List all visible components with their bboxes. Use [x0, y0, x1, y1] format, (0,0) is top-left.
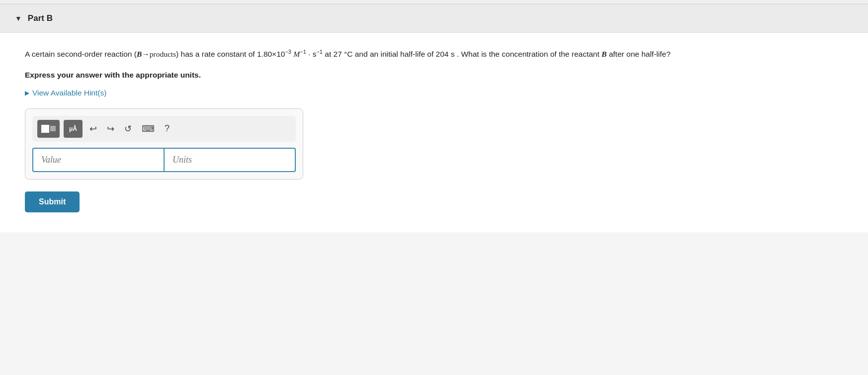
input-row: [32, 148, 296, 172]
submit-button[interactable]: Submit: [25, 191, 80, 212]
hint-link-label: View Available Hint(s): [32, 89, 106, 97]
template-button[interactable]: [37, 120, 60, 138]
page-container: ▼ Part B A certain second-order reaction…: [0, 0, 868, 375]
part-b-title: Part B: [28, 13, 53, 23]
reset-button[interactable]: ↺: [121, 121, 135, 136]
answer-box-container: μÅ ↩ ↪ ↺ ⌨ ?: [25, 108, 303, 180]
chevron-down-icon: ▼: [15, 14, 22, 22]
template-icon: [41, 125, 56, 133]
keyboard-button[interactable]: ⌨: [139, 121, 158, 136]
mu-label: μÅ: [69, 125, 77, 132]
top-bar: [0, 0, 868, 4]
value-input[interactable]: [32, 148, 164, 172]
hint-chevron-icon: ▶: [25, 90, 29, 96]
redo-icon: ↪: [107, 123, 114, 134]
content-area: A certain second-order reaction (B→produ…: [0, 33, 868, 232]
reset-icon: ↺: [124, 123, 132, 134]
help-button[interactable]: ?: [162, 121, 173, 136]
express-answer-label: Express your answer with the appropriate…: [25, 71, 843, 80]
submit-label: Submit: [39, 197, 66, 206]
units-input[interactable]: [164, 148, 296, 172]
undo-button[interactable]: ↩: [87, 121, 100, 136]
redo-button[interactable]: ↪: [104, 121, 117, 136]
help-icon: ?: [165, 123, 170, 134]
undo-icon: ↩: [89, 123, 97, 134]
keyboard-icon: ⌨: [142, 123, 155, 134]
toolbar: μÅ ↩ ↪ ↺ ⌨ ?: [32, 116, 296, 142]
mu-button[interactable]: μÅ: [64, 120, 83, 138]
hint-link[interactable]: ▶ View Available Hint(s): [25, 89, 843, 97]
part-b-header: ▼ Part B: [0, 4, 868, 33]
question-text: A certain second-order reaction (B→produ…: [25, 48, 771, 61]
